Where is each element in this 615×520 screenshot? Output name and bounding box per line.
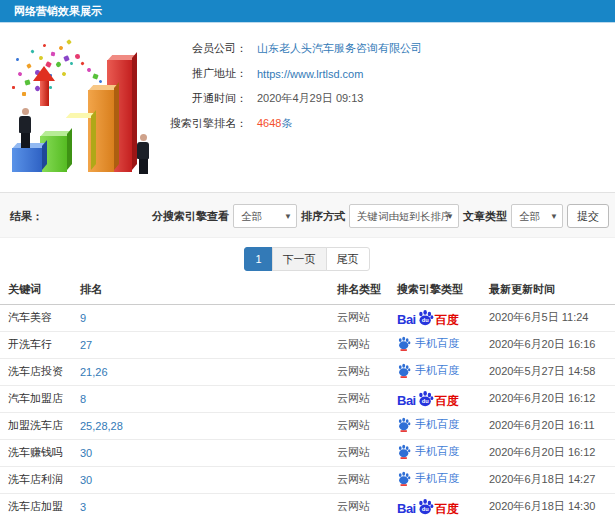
keyword-cell: 洗车店利润 bbox=[0, 466, 80, 493]
rank-cell[interactable]: 9 bbox=[80, 304, 337, 331]
rank-cell[interactable]: 25,28,28 bbox=[80, 412, 337, 439]
table-row: 洗车店加盟 3 云网站 Bai du 百度 bbox=[0, 493, 615, 520]
open-time-row: 开通时间： 2020年4月29日 09:13 bbox=[155, 86, 422, 111]
engine-cell: Bai du 百度 bbox=[397, 412, 489, 439]
engine-rank-row: 搜索引擎排名： 4648条 bbox=[155, 111, 422, 136]
promo-url-link[interactable]: https://www.lrtlsd.com bbox=[257, 68, 363, 80]
rank-cell[interactable]: 3 bbox=[80, 493, 337, 520]
top-bar: 网络营销效果展示 bbox=[0, 0, 615, 23]
promo-url-row: 推广地址： https://www.lrtlsd.com bbox=[155, 61, 422, 86]
svg-text:du: du bbox=[421, 317, 428, 323]
baidu-paw-icon: du bbox=[417, 498, 434, 515]
result-label: 结果： bbox=[10, 209, 43, 224]
filter-controls: 分搜索引擎查看 全部 ▼ 排序方式 关键词由短到长排序 ▼ 文章类型 全部 ▼ … bbox=[152, 204, 609, 228]
member-company-link[interactable]: 山东老人头汽车服务咨询有限公司 bbox=[257, 41, 422, 56]
table-row: 洗车店利润 30 云网站 Bai du 百度 bbox=[0, 466, 615, 493]
engine-cell: Bai du 百度 bbox=[397, 385, 489, 412]
table-row: 洗车店投资 21,26 云网站 Bai du 百度 bbox=[0, 358, 615, 385]
baidu-mobile-logo: 手机百度 bbox=[397, 363, 459, 378]
open-time-label: 开通时间： bbox=[155, 91, 247, 106]
baidu-paw-icon bbox=[397, 363, 411, 378]
rank-type-cell: 云网站 bbox=[337, 466, 397, 493]
rank-cell[interactable]: 8 bbox=[80, 385, 337, 412]
rank-type-cell: 云网站 bbox=[337, 304, 397, 331]
article-type-select[interactable]: 全部 ▼ bbox=[511, 204, 563, 228]
engine-rank-count: 4648 bbox=[257, 117, 281, 129]
results-table: 关键词 排名 排名类型 搜索引擎类型 最新更新时间 汽车美容 9 云网站 Bai bbox=[0, 276, 615, 520]
member-company-row: 会员公司： 山东老人头汽车服务咨询有限公司 bbox=[155, 36, 422, 61]
growth-chart-illustration bbox=[4, 28, 156, 186]
engine-filter-label: 分搜索引擎查看 bbox=[152, 209, 229, 224]
last-page-button[interactable]: 尾页 bbox=[326, 247, 370, 271]
engine-filter-select[interactable]: 全部 ▼ bbox=[233, 204, 297, 228]
baidu-logo: Bai du 百度 bbox=[397, 498, 459, 515]
sort-filter-select[interactable]: 关键词由短到长排序 ▼ bbox=[349, 204, 459, 228]
rank-type-cell: 云网站 bbox=[337, 412, 397, 439]
engine-rank-unit: 条 bbox=[281, 117, 292, 129]
article-type-label: 文章类型 bbox=[463, 209, 507, 224]
info-section: 会员公司： 山东老人头汽车服务咨询有限公司 推广地址： https://www.… bbox=[0, 24, 615, 192]
table-row: 汽车美容 9 云网站 Bai du 百度 bbox=[0, 304, 615, 331]
update-time-cell: 2020年6月20日 16:12 bbox=[489, 439, 615, 466]
header-rank: 排名 bbox=[80, 276, 337, 304]
baidu-logo: Bai du 百度 bbox=[397, 390, 459, 407]
baidu-paw-icon: du bbox=[417, 309, 434, 326]
rank-cell[interactable]: 21,26 bbox=[80, 358, 337, 385]
header-update-time: 最新更新时间 bbox=[489, 276, 615, 304]
update-time-cell: 2020年5月27日 14:58 bbox=[489, 358, 615, 385]
svg-text:du: du bbox=[421, 506, 428, 512]
rank-type-cell: 云网站 bbox=[337, 493, 397, 520]
keyword-cell: 汽车加盟店 bbox=[0, 385, 80, 412]
rank-type-cell: 云网站 bbox=[337, 331, 397, 358]
baidu-mobile-logo: 手机百度 bbox=[397, 417, 459, 432]
filter-band: 结果： 分搜索引擎查看 全部 ▼ 排序方式 关键词由短到长排序 ▼ 文章类型 全… bbox=[0, 192, 615, 238]
page-1-button[interactable]: 1 bbox=[244, 247, 272, 271]
keyword-cell: 开洗车行 bbox=[0, 331, 80, 358]
header-rank-type: 排名类型 bbox=[337, 276, 397, 304]
rank-type-cell: 云网站 bbox=[337, 439, 397, 466]
submit-button[interactable]: 提交 bbox=[567, 204, 609, 228]
update-time-cell: 2020年6月18日 14:27 bbox=[489, 466, 615, 493]
baidu-paw-icon bbox=[397, 417, 411, 432]
chevron-down-icon: ▼ bbox=[550, 205, 558, 228]
keyword-cell: 加盟洗车店 bbox=[0, 412, 80, 439]
illustration-bar-blue bbox=[12, 148, 42, 172]
baidu-logo: Bai du 百度 bbox=[397, 309, 459, 326]
table-row: 汽车加盟店 8 云网站 Bai du 百度 bbox=[0, 385, 615, 412]
table-row: 加盟洗车店 25,28,28 云网站 Bai du 百度 bbox=[0, 412, 615, 439]
engine-cell: Bai du 百度 bbox=[397, 466, 489, 493]
rank-type-cell: 云网站 bbox=[337, 385, 397, 412]
pagination: 1 下一页 尾页 bbox=[0, 247, 615, 271]
table-row: 洗车赚钱吗 30 云网站 Bai du 百度 bbox=[0, 439, 615, 466]
rank-cell[interactable]: 27 bbox=[80, 331, 337, 358]
baidu-mobile-logo: 手机百度 bbox=[397, 336, 459, 351]
header-engine-type: 搜索引擎类型 bbox=[397, 276, 489, 304]
rank-cell[interactable]: 30 bbox=[80, 439, 337, 466]
chevron-down-icon: ▼ bbox=[446, 205, 454, 228]
keyword-cell: 汽车美容 bbox=[0, 304, 80, 331]
baidu-paw-icon: du bbox=[417, 390, 434, 407]
svg-text:du: du bbox=[421, 398, 428, 404]
engine-rank-value: 4648条 bbox=[257, 116, 292, 131]
businessman-figure-left bbox=[19, 108, 31, 148]
engine-cell: Bai du 百度 bbox=[397, 304, 489, 331]
engine-cell: Bai du 百度 bbox=[397, 493, 489, 520]
member-company-label: 会员公司： bbox=[155, 41, 247, 56]
member-info: 会员公司： 山东老人头汽车服务咨询有限公司 推广地址： https://www.… bbox=[155, 36, 422, 136]
table-row: 开洗车行 27 云网站 Bai du 百度 bbox=[0, 331, 615, 358]
table-header-row: 关键词 排名 排名类型 搜索引擎类型 最新更新时间 bbox=[0, 276, 615, 304]
baidu-mobile-logo: 手机百度 bbox=[397, 471, 459, 486]
rank-cell[interactable]: 30 bbox=[80, 466, 337, 493]
businessman-figure-right bbox=[137, 134, 149, 174]
baidu-paw-icon bbox=[397, 444, 411, 459]
chevron-down-icon: ▼ bbox=[284, 205, 292, 228]
engine-rank-label: 搜索引擎排名： bbox=[155, 116, 247, 131]
engine-cell: Bai du 百度 bbox=[397, 439, 489, 466]
keyword-cell: 洗车赚钱吗 bbox=[0, 439, 80, 466]
promo-url-label: 推广地址： bbox=[155, 66, 247, 81]
engine-cell: Bai du 百度 bbox=[397, 331, 489, 358]
page-title: 网络营销效果展示 bbox=[0, 0, 615, 23]
next-page-button[interactable]: 下一页 bbox=[272, 247, 327, 271]
baidu-mobile-logo: 手机百度 bbox=[397, 444, 459, 459]
update-time-cell: 2020年6月18日 14:30 bbox=[489, 493, 615, 520]
